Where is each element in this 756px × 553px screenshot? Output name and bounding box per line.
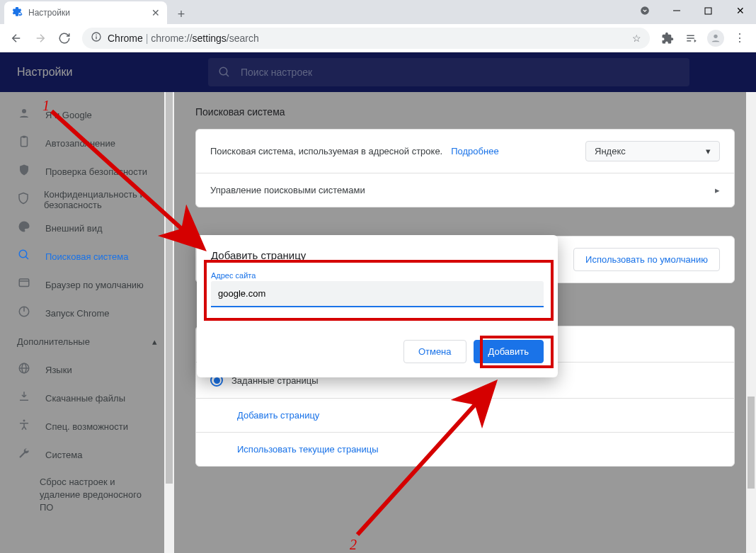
chevron-down-icon: ▾ [706,146,711,156]
svg-point-9 [714,34,717,38]
sidebar-item-autofill[interactable]: Автозаполнение [0,129,174,157]
svg-point-24 [23,420,25,422]
cancel-button[interactable]: Отмена [403,340,466,363]
browser-tab[interactable]: Настройки ✕ [4,1,167,24]
media-control-icon[interactable] [681,28,702,49]
sidebar-item-appearance[interactable]: Внешний вид [0,214,174,242]
search-icon [17,249,31,264]
search-engine-select[interactable]: Яндекс ▾ [585,141,720,161]
sidebar-item-languages[interactable]: Языки [0,355,174,384]
svg-point-12 [22,109,26,113]
sidebar-item-reset[interactable]: Сброс настроек и удаление вредоносного П… [0,469,174,522]
browser-toolbar: Chrome | chrome://settings/search ☆ ⋮ [0,24,756,52]
sidebar-item-startup[interactable]: Запуск Chrome [0,299,174,327]
sidebar-item-default-browser[interactable]: Браузер по умолчанию [0,270,174,299]
site-url-input[interactable] [211,281,544,307]
svg-line-16 [25,256,28,259]
sidebar-item-safety[interactable]: Проверка безопасности [0,157,174,186]
url-text: Chrome | chrome://settings/search [108,33,626,44]
close-icon[interactable]: ✕ [151,7,160,18]
scrollbar-thumb[interactable] [166,92,173,484]
window-controls: ✕ [629,0,756,21]
set-default-button[interactable]: Использовать по умолчанию [573,248,720,271]
settings-sidebar: Я и Google Автозаполнение Проверка безоп… [0,92,174,553]
svg-rect-2 [705,8,711,14]
back-button[interactable] [6,28,27,49]
annotation-number-2: 2 [350,537,357,553]
accessibility-icon [17,418,31,434]
learn-more-link[interactable]: Подробнее [451,146,498,156]
account-indicator-icon[interactable] [629,0,660,21]
section-title-search: Поисковая система [195,106,735,118]
gear-icon [11,7,23,18]
window-titlebar: Настройки ✕ + ✕ [0,0,756,24]
minimize-button[interactable] [660,0,692,21]
globe-icon [17,362,31,377]
sidebar-item-search-engine[interactable]: Поисковая система [0,242,174,270]
download-icon [17,390,31,406]
close-window-button[interactable]: ✕ [724,0,756,21]
manage-search-engines-row[interactable]: Управление поисковыми системами ▸ [196,173,734,207]
reload-button[interactable] [54,28,75,49]
dialog-title: Добавить страницу [211,249,544,261]
svg-rect-6 [687,35,694,36]
star-icon[interactable]: ☆ [632,33,641,44]
sidebar-group-advanced[interactable]: Дополнительные▴ [0,327,174,355]
sidebar-item-accessibility[interactable]: Спец. возможности [0,412,174,440]
wrench-icon [17,447,31,462]
power-icon [17,305,31,321]
search-engine-card: Поисковая система, используемая в адресн… [195,129,735,207]
svg-rect-7 [687,38,694,39]
forward-button[interactable] [30,28,51,49]
svg-point-15 [19,250,27,258]
svg-rect-5 [96,36,96,39]
sidebar-item-system[interactable]: Система [0,440,174,469]
clipboard-icon [17,135,31,151]
search-engine-row: Поисковая система, используемая в адресн… [196,130,734,173]
new-tab-button[interactable]: + [171,4,191,24]
chevron-right-icon: ▸ [715,185,720,195]
sidebar-item-privacy[interactable]: Конфиденциальность и безопасность [0,186,174,214]
use-current-pages-row[interactable]: Использовать текущие страницы [196,432,734,466]
main-scrollbar-thumb[interactable] [748,397,755,489]
svg-rect-8 [687,40,691,42]
person-icon [17,107,31,122]
extensions-icon[interactable] [657,28,678,49]
chevron-up-icon: ▴ [152,336,157,347]
avatar-icon [707,30,724,47]
add-page-link-row[interactable]: Добавить страницу [196,398,734,432]
svg-rect-13 [21,137,28,147]
svg-point-4 [96,35,97,36]
add-page-dialog: Добавить страницу Адрес сайта Отмена Доб… [197,235,558,377]
browser-icon [17,277,31,292]
menu-button[interactable]: ⋮ [729,28,750,49]
sidebar-item-me-google[interactable]: Я и Google [0,101,174,129]
maximize-button[interactable] [692,0,724,21]
palette-icon [17,220,31,236]
svg-rect-17 [19,279,29,287]
field-label: Адрес сайта [211,271,544,280]
profile-button[interactable] [705,28,726,49]
svg-point-0 [641,6,649,15]
site-info-icon[interactable] [91,31,102,45]
annotation-number-1: 1 [42,98,50,114]
tab-title: Настройки [28,8,146,18]
add-button[interactable]: Добавить [474,340,544,363]
address-bar[interactable]: Chrome | chrome://settings/search ☆ [82,28,650,49]
svg-rect-14 [23,136,26,138]
shield-icon [17,192,30,207]
shield-check-icon [17,164,31,179]
sidebar-item-downloads[interactable]: Скачанные файлы [0,384,174,412]
